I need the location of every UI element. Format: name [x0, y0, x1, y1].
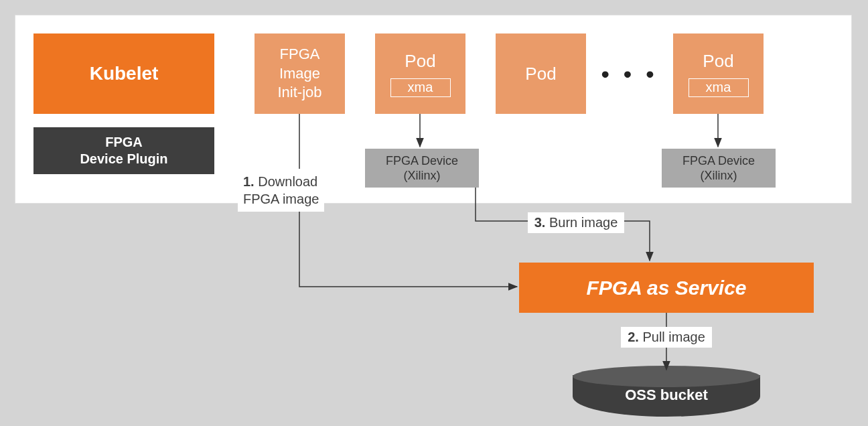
- pod-1-box: Pod xma: [375, 33, 465, 114]
- faas-box: FPGA as Service: [519, 263, 814, 313]
- pod-2-box: Pod: [496, 33, 586, 114]
- ellipsis-dots: • • •: [599, 64, 660, 84]
- step-3-label: 3. Burn image: [516, 211, 636, 234]
- oss-bucket-label: OSS bucket: [573, 383, 760, 407]
- fpga-device-2-line2: (Xilinx): [682, 168, 755, 184]
- kubelet-box: Kubelet: [33, 33, 214, 114]
- pod-1-xma: xma: [390, 78, 451, 97]
- device-plugin-line1: FPGA: [80, 134, 167, 151]
- pod-2-label: Pod: [525, 64, 556, 84]
- fpga-device-2-box: FPGA Device (Xilinx): [662, 149, 776, 188]
- fpga-device-2-line1: FPGA Device: [682, 153, 755, 169]
- pod-3-box: Pod xma: [673, 33, 764, 114]
- init-job-box: FPGA Image Init-job: [255, 33, 345, 114]
- step-1-label: 1. Download FPGA image: [238, 169, 352, 209]
- pod-3-xma: xma: [689, 78, 749, 97]
- kubelet-label: Kubelet: [90, 63, 159, 84]
- init-job-line3: Init-job: [277, 83, 321, 102]
- fpga-device-1-line2: (Xilinx): [386, 168, 458, 184]
- pod-3-label: Pod: [703, 51, 733, 72]
- init-job-line2: Image: [277, 64, 321, 84]
- pod-1-label: Pod: [405, 51, 435, 72]
- init-job-line1: FPGA: [277, 45, 321, 64]
- device-plugin-box: FPGA Device Plugin: [33, 127, 214, 174]
- faas-label: FPGA as Service: [586, 277, 746, 299]
- fpga-device-1-line1: FPGA Device: [386, 153, 458, 169]
- device-plugin-line2: Device Plugin: [80, 151, 167, 167]
- diagram-stage: Kubelet FPGA Device Plugin FPGA Image In…: [0, 0, 868, 426]
- fpga-device-1-box: FPGA Device (Xilinx): [365, 149, 479, 188]
- step-2-label: 2. Pull image: [609, 326, 723, 348]
